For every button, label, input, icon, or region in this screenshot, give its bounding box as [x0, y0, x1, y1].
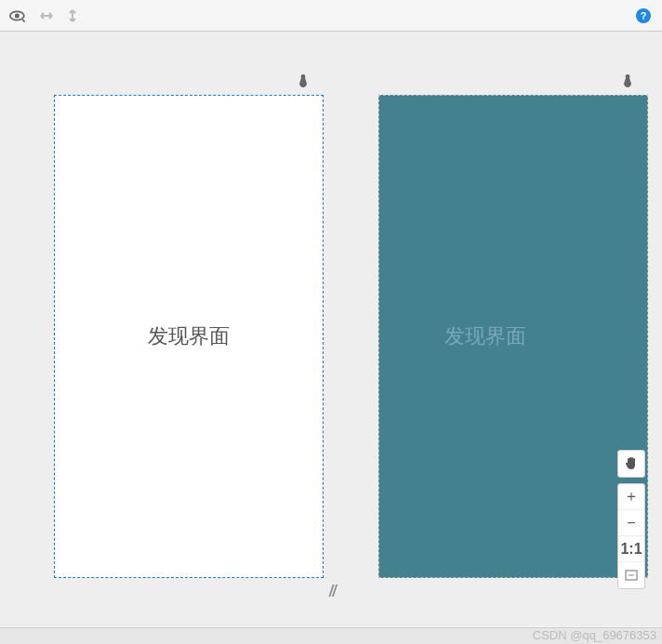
design-panel-left[interactable]: 发现界面 [54, 95, 324, 578]
vertical-arrows-icon[interactable] [65, 8, 80, 23]
zoom-out-button[interactable]: − [618, 510, 644, 536]
design-panel-right[interactable]: 发现界面 [378, 95, 648, 578]
resize-handle-icon[interactable]: // [328, 582, 335, 601]
panel-label: 发现界面 [148, 322, 230, 350]
watermark: CSDN @qq_69676353 [533, 628, 656, 642]
horizontal-arrows-icon[interactable] [39, 8, 54, 23]
zoom-in-button[interactable]: ＋ [618, 484, 644, 510]
zoom-group: ＋ − 1:1 [617, 483, 645, 589]
wrench-icon[interactable] [298, 74, 309, 91]
pan-button[interactable] [617, 450, 645, 478]
wrench-icon[interactable] [622, 74, 633, 91]
panel-label: 发现界面 [444, 322, 526, 350]
svg-point-1 [15, 13, 20, 18]
zoom-controls: ＋ − 1:1 [617, 450, 645, 589]
help-icon[interactable]: ? [636, 8, 651, 23]
canvas-area: 发现界面 发现界面 // ＋ − 1:1 [0, 32, 662, 626]
zoom-reset-button[interactable]: 1:1 [618, 536, 644, 562]
view-mode-icon[interactable] [9, 8, 28, 23]
top-toolbar: ? [0, 0, 662, 32]
zoom-fit-button[interactable] [618, 562, 644, 588]
